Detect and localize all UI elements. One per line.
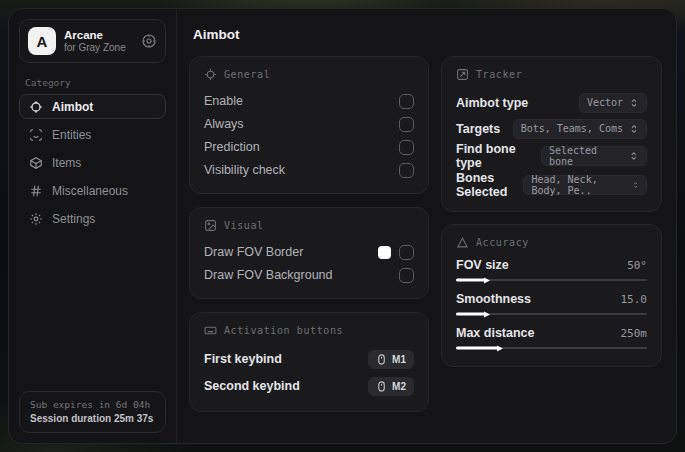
smoothness-slider[interactable] [456, 310, 647, 318]
setting-label: Draw FOV Background [204, 268, 333, 282]
sidebar-item-aimbot[interactable]: Aimbot [19, 94, 166, 119]
setting-row: Enable [204, 90, 414, 112]
general-title: General [224, 69, 270, 80]
setting-row: Bones Selected Head, Neck, Body, Pe.. [456, 171, 647, 199]
slider-row: FOV size 50° [456, 258, 647, 284]
visual-header: Visual [204, 219, 414, 232]
setting-label: FOV size [456, 258, 509, 272]
draw-fov-border-checkbox[interactable] [399, 245, 414, 260]
max-distance-value: 250m [621, 327, 648, 340]
dropdown-value: Selected bone [549, 145, 624, 167]
keybind-value: M1 [392, 354, 406, 365]
draw-fov-background-checkbox[interactable] [399, 268, 414, 283]
chevrons-up-down-icon [629, 124, 639, 134]
bones-selected-dropdown[interactable]: Head, Neck, Body, Pe.. [523, 175, 647, 195]
sidebar: A Arcane for Gray Zone Category [9, 9, 177, 443]
sidebar-item-settings[interactable]: Settings [19, 206, 166, 231]
setting-row: Draw FOV Background [204, 264, 414, 286]
mouse-icon [376, 381, 387, 392]
activation-header: Activation buttons [204, 324, 414, 337]
chevrons-up-down-icon [632, 180, 639, 190]
setting-row: Find bone type Selected bone [456, 142, 647, 170]
prediction-checkbox[interactable] [399, 140, 414, 155]
brand-text: Arcane for Gray Zone [64, 28, 133, 55]
slider-row: Max distance 250m [456, 326, 647, 352]
crosshair-icon [29, 100, 43, 114]
gear-icon [29, 212, 43, 226]
max-distance-slider[interactable] [456, 344, 647, 352]
setting-row: Targets Bots, Teams, Coms [456, 116, 647, 141]
general-card: General Enable Always Prediction [189, 56, 429, 194]
subscription-card: Sub expires in 6d 04h Session duration 2… [19, 391, 166, 433]
category-label: Category [25, 77, 176, 88]
tracker-card: Tracker Aimbot type Vector [441, 56, 662, 212]
slider-fill [456, 279, 485, 282]
sidebar-item-label: Entities [52, 128, 91, 142]
visibility-check-checkbox[interactable] [399, 163, 414, 178]
setting-label: Max distance [456, 326, 535, 340]
brand-card: A Arcane for Gray Zone [19, 19, 166, 63]
image-icon [204, 219, 217, 232]
slider-row: Smoothness 15.0 [456, 292, 647, 318]
aimbot-type-dropdown[interactable]: Vector [579, 93, 647, 113]
setting-row: Prediction [204, 136, 414, 158]
keyboard-icon [204, 324, 217, 337]
slider-fill [456, 347, 498, 350]
setting-label: Bones Selected [456, 171, 523, 199]
targets-dropdown[interactable]: Bots, Teams, Coms [513, 119, 647, 139]
setting-label: First keybind [204, 352, 282, 366]
first-keybind-button[interactable]: M1 [368, 350, 414, 369]
setting-label: Draw FOV Border [204, 245, 303, 259]
find-bone-type-dropdown[interactable]: Selected bone [541, 146, 647, 166]
fov-border-color-swatch[interactable] [378, 246, 391, 259]
fov-size-value: 50° [627, 259, 647, 272]
sub-expiry-text: Sub expires in 6d 04h [30, 399, 155, 410]
session-duration-text: Session duration 25m 37s [30, 413, 155, 424]
setting-label: Targets [456, 122, 500, 136]
fov-size-slider[interactable] [456, 276, 647, 284]
crosshair-icon [204, 68, 217, 81]
visual-card: Visual Draw FOV Border Draw FOV Backgrou… [189, 207, 429, 299]
app-name: Arcane [64, 28, 133, 42]
tracker-title: Tracker [476, 69, 522, 80]
app-window: A Arcane for Gray Zone Category [8, 8, 677, 444]
setting-label: Second keybind [204, 379, 300, 393]
accuracy-title: Accuracy [476, 237, 529, 248]
sidebar-item-items[interactable]: Items [19, 150, 166, 175]
sidebar-item-label: Items [52, 156, 81, 170]
setting-label: Smoothness [456, 292, 531, 306]
tracker-header: Tracker [456, 68, 647, 81]
always-checkbox[interactable] [399, 117, 414, 132]
app-logo: A [28, 27, 56, 55]
setting-row: Always [204, 113, 414, 135]
dropdown-value: Vector [587, 97, 623, 108]
setting-label: Always [204, 117, 244, 131]
sidebar-nav: Aimbot Entities Items [9, 94, 176, 231]
sidebar-item-entities[interactable]: Entities [19, 122, 166, 147]
main-content: Aimbot General Enable [177, 9, 676, 443]
mouse-icon [376, 354, 387, 365]
visual-title: Visual [224, 220, 264, 231]
activation-card: Activation buttons First keybind M1 [189, 312, 429, 412]
setting-label: Prediction [204, 140, 260, 154]
setting-label: Visibility check [204, 163, 285, 177]
chevrons-up-down-icon [629, 98, 639, 108]
second-keybind-button[interactable]: M2 [368, 377, 414, 396]
keybind-value: M2 [392, 381, 406, 392]
dropdown-value: Bots, Teams, Coms [521, 123, 623, 134]
sidebar-item-label: Aimbot [52, 100, 93, 114]
accuracy-header: Accuracy [456, 236, 647, 249]
vector-route-icon [456, 68, 469, 81]
sidebar-item-label: Settings [52, 212, 95, 226]
account-settings-icon[interactable] [141, 33, 157, 49]
sidebar-item-miscellaneous[interactable]: Miscellaneous [19, 178, 166, 203]
slider-fill [456, 313, 485, 316]
accuracy-card: Accuracy FOV size 50° [441, 224, 662, 367]
setting-row: Draw FOV Border [204, 241, 414, 263]
sidebar-spacer [9, 231, 176, 391]
setting-label: Find bone type [456, 142, 541, 170]
setting-row: Aimbot type Vector [456, 90, 647, 115]
setting-row: First keybind M1 [204, 346, 414, 372]
enable-checkbox[interactable] [399, 94, 414, 109]
setting-label: Aimbot type [456, 96, 528, 110]
